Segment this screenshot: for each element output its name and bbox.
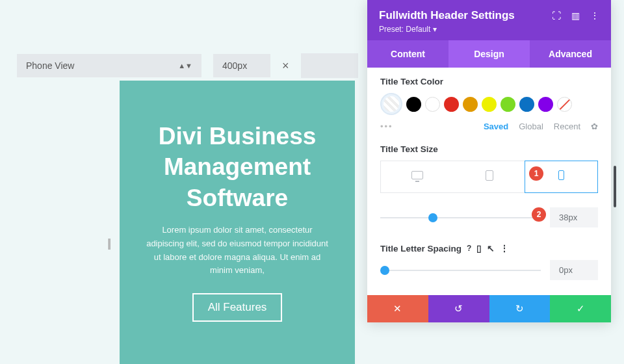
preview-title: Divi Business Management Software (143, 121, 332, 213)
palette-tab-global[interactable]: Global (519, 122, 543, 131)
caret-icon: ▲▼ (178, 62, 192, 70)
close-button[interactable]: ✕ (367, 295, 428, 322)
preset-dropdown[interactable]: Preset: Default ▾ (379, 25, 599, 34)
slider-thumb[interactable] (428, 213, 437, 222)
tablet-icon (486, 170, 493, 181)
resize-handle[interactable]: || (107, 237, 109, 250)
swatch-yellow[interactable] (482, 97, 497, 112)
more-icon[interactable]: ⋮ (500, 243, 509, 254)
letter-spacing-value[interactable]: 0px (550, 260, 598, 280)
panel-body: Title Text Color ••• Saved Global Recent… (367, 68, 611, 322)
text-size-row: 2 38px (380, 207, 598, 228)
viewport-controls: Phone View ▲▼ 400px × (17, 53, 358, 78)
device-toggle: 1 (380, 161, 598, 193)
gear-icon[interactable]: ✿ (591, 122, 598, 131)
clear-width-button[interactable]: × (282, 59, 289, 73)
swatch-transparent[interactable] (380, 93, 402, 115)
palette-tab-recent[interactable]: Recent (554, 122, 580, 131)
height-input[interactable] (301, 53, 358, 78)
device-desktop[interactable] (381, 161, 453, 192)
label-letter-spacing: Title Letter Spacing ? ▯ ↖ ⋮ (380, 243, 598, 254)
panel-tabs: Content Design Advanced (367, 40, 611, 68)
palette-tab-saved[interactable]: Saved (484, 122, 508, 131)
panel-header: Fullwidth Header Settings ⛶ ▥ ⋮ Preset: … (367, 0, 611, 40)
tablet-icon[interactable]: ▯ (476, 243, 482, 254)
view-select[interactable]: Phone View ▲▼ (17, 54, 202, 77)
swatch-red[interactable] (444, 97, 459, 112)
letter-spacing-row: 0px (380, 260, 598, 280)
desktop-icon (411, 171, 423, 179)
tab-advanced[interactable]: Advanced (530, 40, 611, 68)
swatch-orange[interactable] (463, 97, 478, 112)
label-title-color: Title Text Color (380, 77, 598, 86)
letter-spacing-slider[interactable] (380, 270, 541, 271)
more-icon[interactable]: ⋮ (590, 10, 599, 21)
width-input[interactable]: 400px (213, 54, 270, 77)
columns-icon[interactable]: ▥ (571, 10, 580, 21)
settings-panel: Fullwidth Header Settings ⛶ ▥ ⋮ Preset: … (367, 0, 611, 322)
swatch-purple[interactable] (538, 97, 553, 112)
color-swatches (380, 93, 598, 115)
tab-design[interactable]: Design (448, 40, 530, 68)
text-size-slider[interactable] (380, 217, 541, 218)
swatch-white[interactable] (425, 97, 440, 112)
text-size-value[interactable]: 38px (550, 207, 598, 228)
cursor-icon[interactable]: ↖ (487, 243, 495, 254)
preview-button[interactable]: All Features (192, 293, 283, 322)
label-letter-spacing-text: Title Letter Spacing (380, 244, 462, 254)
more-dots-icon[interactable]: ••• (380, 122, 393, 131)
label-title-size: Title Text Size (380, 144, 598, 154)
device-phone[interactable]: 1 (525, 161, 598, 193)
swatch-blue[interactable] (519, 97, 534, 112)
redo-button[interactable]: ↻ (489, 295, 551, 322)
phone-icon (558, 170, 564, 180)
panel-title: Fullwidth Header Settings (379, 9, 515, 22)
swatch-green[interactable] (500, 97, 515, 112)
preview-body: Lorem ipsum dolor sit amet, consectetur … (143, 224, 332, 278)
swatch-none[interactable] (557, 97, 572, 112)
save-button[interactable]: ✓ (550, 295, 611, 322)
slider-thumb[interactable] (380, 266, 389, 275)
color-palette-tabs: ••• Saved Global Recent ✿ (380, 122, 598, 131)
tab-content[interactable]: Content (367, 40, 448, 68)
callout-1: 1 (529, 166, 543, 181)
callout-2: 2 (532, 207, 546, 222)
swatch-black[interactable] (406, 97, 421, 112)
phone-preview: Divi Business Management Software Lorem … (120, 81, 355, 364)
view-select-value: Phone View (26, 60, 74, 71)
device-tablet[interactable] (453, 161, 525, 192)
help-icon[interactable]: ? (467, 244, 471, 253)
panel-footer: ✕ ↺ ↻ ✓ (367, 295, 611, 322)
undo-button[interactable]: ↺ (428, 295, 489, 322)
focus-icon[interactable]: ⛶ (552, 10, 561, 21)
scrollbar[interactable] (614, 166, 616, 207)
